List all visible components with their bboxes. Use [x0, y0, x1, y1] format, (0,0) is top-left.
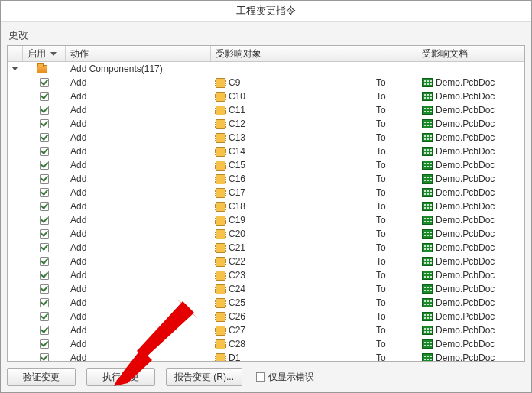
table-row[interactable]: AddC27ToDemo.PcbDoc: [8, 323, 524, 337]
row-enable-checkbox[interactable]: [40, 312, 49, 321]
table-row[interactable]: AddC28ToDemo.PcbDoc: [8, 337, 524, 351]
table-row[interactable]: AddC25ToDemo.PcbDoc: [8, 296, 524, 310]
row-enable-checkbox[interactable]: [40, 119, 49, 128]
row-action: Add: [70, 119, 86, 129]
row-enable-checkbox[interactable]: [40, 92, 49, 101]
row-action: Add: [70, 352, 86, 361]
table-row[interactable]: AddC11ToDemo.PcbDoc: [8, 103, 524, 117]
pcb-doc-icon: [422, 284, 433, 294]
title-bar: 工程变更指令: [1, 1, 531, 22]
row-enable-checkbox[interactable]: [40, 161, 49, 170]
grid-header: 启用 动作 受影响对象 受影响文档: [8, 46, 524, 63]
table-row[interactable]: AddC22ToDemo.PcbDoc: [8, 255, 524, 268]
row-to: To: [376, 201, 386, 212]
group-row[interactable]: Add Components(117): [8, 62, 524, 76]
grid-body[interactable]: Add Components(117) AddC9ToDemo.PcbDocAd…: [8, 62, 524, 361]
header-doc[interactable]: 受影响文档: [417, 46, 524, 62]
row-enable-checkbox[interactable]: [40, 243, 49, 252]
table-row[interactable]: AddC15ToDemo.PcbDoc: [8, 158, 524, 172]
table-row[interactable]: AddC14ToDemo.PcbDoc: [8, 145, 524, 158]
pcb-doc-icon: [422, 339, 433, 349]
table-row[interactable]: AddC12ToDemo.PcbDoc: [8, 117, 524, 131]
row-doc: Demo.PcbDoc: [436, 91, 495, 102]
row-action: Add: [70, 201, 86, 212]
sort-desc-icon: [50, 52, 57, 56]
component-icon: [216, 78, 225, 88]
row-doc: Demo.PcbDoc: [436, 270, 495, 281]
table-row[interactable]: AddC17ToDemo.PcbDoc: [8, 186, 524, 200]
header-spacer: [371, 46, 417, 62]
header-enable[interactable]: 启用: [23, 46, 66, 62]
row-doc: Demo.PcbDoc: [436, 229, 495, 239]
component-icon: [216, 119, 225, 129]
row-enable-checkbox[interactable]: [40, 229, 49, 239]
table-row[interactable]: AddC9ToDemo.PcbDoc: [8, 76, 524, 89]
component-icon: [216, 257, 225, 267]
component-icon: [216, 339, 225, 349]
table-row[interactable]: AddD1ToDemo.PcbDoc: [8, 351, 524, 361]
row-enable-checkbox[interactable]: [40, 326, 49, 335]
row-action: Add: [70, 339, 86, 349]
changes-group-label: 更改: [7, 27, 525, 45]
row-enable-checkbox[interactable]: [40, 257, 49, 266]
table-row[interactable]: AddC13ToDemo.PcbDoc: [8, 131, 524, 145]
row-enable-checkbox[interactable]: [40, 216, 49, 225]
table-row[interactable]: AddC16ToDemo.PcbDoc: [8, 172, 524, 186]
row-enable-checkbox[interactable]: [40, 271, 49, 280]
row-enable-checkbox[interactable]: [40, 106, 49, 115]
row-action: Add: [70, 105, 86, 115]
row-doc: Demo.PcbDoc: [436, 352, 495, 361]
row-action: Add: [70, 242, 86, 253]
row-to: To: [376, 215, 386, 226]
table-row[interactable]: AddC19ToDemo.PcbDoc: [8, 213, 524, 227]
table-row[interactable]: AddC26ToDemo.PcbDoc: [8, 310, 524, 323]
row-enable-checkbox[interactable]: [40, 339, 49, 349]
table-row[interactable]: AddC21ToDemo.PcbDoc: [8, 241, 524, 255]
component-icon: [216, 216, 225, 226]
row-enable-checkbox[interactable]: [40, 78, 49, 87]
row-doc: Demo.PcbDoc: [436, 105, 495, 115]
component-icon: [216, 188, 225, 198]
table-row[interactable]: AddC10ToDemo.PcbDoc: [8, 89, 524, 103]
row-enable-checkbox[interactable]: [40, 133, 49, 142]
row-enable-checkbox[interactable]: [40, 298, 49, 307]
row-object: C18: [229, 201, 245, 212]
component-icon: [216, 229, 225, 239]
row-to: To: [376, 187, 386, 198]
row-to: To: [376, 297, 386, 308]
header-action[interactable]: 动作: [66, 46, 211, 62]
header-object[interactable]: 受影响对象: [211, 46, 371, 62]
row-action: Add: [70, 174, 86, 184]
table-row[interactable]: AddC24ToDemo.PcbDoc: [8, 282, 524, 296]
row-object: C20: [229, 229, 245, 239]
row-action: Add: [70, 284, 86, 294]
row-enable-checkbox[interactable]: [40, 188, 49, 197]
table-row[interactable]: AddC20ToDemo.PcbDoc: [8, 227, 524, 241]
row-enable-checkbox[interactable]: [40, 284, 49, 294]
only-errors-checkbox[interactable]: 仅显示错误: [256, 371, 314, 384]
row-object: C27: [229, 325, 245, 336]
pcb-doc-icon: [422, 133, 433, 142]
row-enable-checkbox[interactable]: [40, 202, 49, 211]
table-row[interactable]: AddC23ToDemo.PcbDoc: [8, 268, 524, 282]
pcb-doc-icon: [422, 202, 433, 211]
execute-changes-button[interactable]: 执行变更: [86, 368, 155, 386]
row-enable-checkbox[interactable]: [40, 353, 49, 361]
row-object: C16: [229, 174, 245, 184]
changes-grid: 启用 动作 受影响对象 受影响文档: [7, 45, 525, 362]
component-icon: [216, 312, 225, 322]
row-action: Add: [70, 270, 86, 281]
tree-collapse-icon[interactable]: [11, 65, 19, 73]
report-changes-button[interactable]: 报告变更 (R)...: [166, 368, 242, 386]
pcb-doc-icon: [422, 216, 433, 225]
pcb-doc-icon: [422, 243, 433, 252]
row-to: To: [376, 119, 386, 129]
row-doc: Demo.PcbDoc: [436, 256, 495, 267]
component-icon: [216, 271, 225, 281]
row-enable-checkbox[interactable]: [40, 174, 49, 184]
row-enable-checkbox[interactable]: [40, 147, 49, 156]
header-expand: [8, 46, 23, 62]
component-icon: [216, 298, 225, 308]
table-row[interactable]: AddC18ToDemo.PcbDoc: [8, 200, 524, 213]
validate-changes-button[interactable]: 验证变更: [7, 368, 76, 386]
